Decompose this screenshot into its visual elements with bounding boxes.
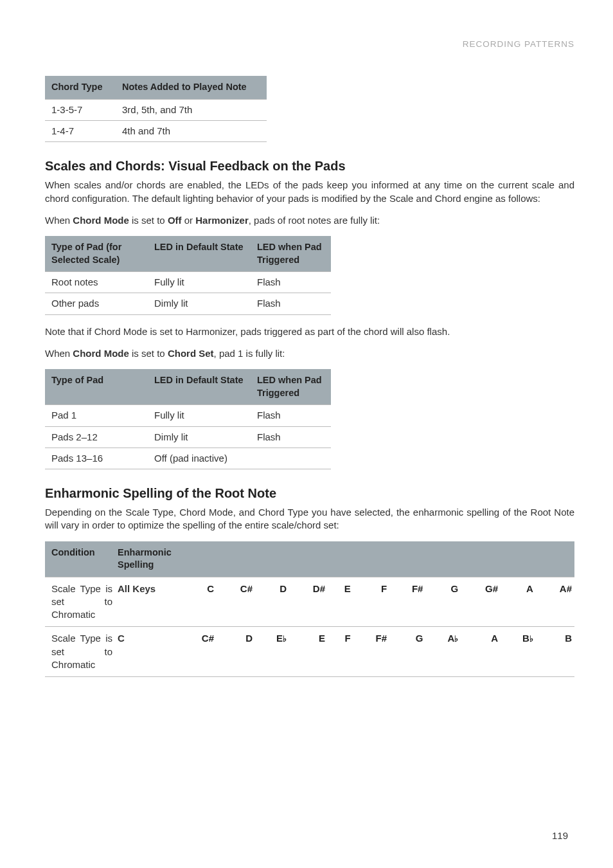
cell: F [353, 577, 389, 627]
section1-para1: When scales and/or chords are enabled, t… [45, 179, 574, 205]
section-enharmonic-title: Enharmonic Spelling of the Root Note [45, 485, 574, 502]
cell: F# [389, 577, 425, 627]
cell: B♭ [501, 627, 536, 677]
cell: A [501, 577, 536, 627]
harmonizer-note: Note that if Chord Mode is set to Harmon… [45, 325, 574, 338]
table-row: 1-3-5-7 3rd, 5th, and 7th [45, 99, 267, 120]
cell: D [217, 627, 255, 677]
cell: Fully lit [148, 272, 251, 293]
cell: Fully lit [148, 405, 251, 426]
t4-h1: Condition [45, 541, 115, 577]
cell: Flash [251, 272, 331, 293]
page-header: RECORDING PATTERNS [45, 39, 574, 50]
section2-para: Depending on the Scale Type, Chord Mode,… [45, 506, 574, 532]
led-chordset-table: Type of Pad LED in Default State LED whe… [45, 369, 331, 469]
cell: Flash [251, 426, 331, 448]
cell: Off (pad inactive) [148, 448, 251, 469]
table-row: Other pads Dimly lit Flash [45, 293, 331, 314]
chord-type-table: Chord Type Notes Added to Played Note 1-… [45, 76, 267, 142]
table-row: Pads 13–16 Off (pad inactive) [45, 448, 331, 469]
cell: G [425, 577, 461, 627]
cell: Other pads [45, 293, 148, 314]
cell: 1-3-5-7 [45, 99, 116, 120]
t3-h1: Type of Pad [45, 369, 148, 405]
cell: C [115, 627, 178, 677]
t4-h2: Enharmonic Spelling [115, 541, 178, 577]
cell: Pads 13–16 [45, 448, 148, 469]
section1-para2: When Chord Mode is set to Off or Harmoni… [45, 214, 574, 227]
cell: E [328, 577, 353, 627]
cell: 1-4-7 [45, 121, 116, 142]
cell: A♭ [425, 627, 461, 677]
cell: A [461, 627, 501, 677]
cell: 3rd, 5th, and 7th [116, 99, 267, 120]
cell: Flash [251, 293, 331, 314]
cell: D [255, 577, 289, 627]
section1-para3: When Chord Mode is set to Chord Set, pad… [45, 347, 574, 360]
led-off-harmonizer-table: Type of Pad (for Selected Scale) LED in … [45, 236, 331, 315]
t2-h1: Type of Pad (for Selected Scale) [45, 236, 148, 272]
cell: Root notes [45, 272, 148, 293]
table-row: 1-4-7 4th and 7th [45, 121, 267, 142]
cell: D# [289, 577, 328, 627]
t2-h3: LED when Pad Triggered [251, 236, 331, 272]
cell: All Keys [115, 577, 178, 627]
cell: C [178, 577, 217, 627]
cell: Pads 2–12 [45, 426, 148, 448]
table-row: Pad 1 Fully lit Flash [45, 405, 331, 426]
cell: G# [461, 577, 501, 627]
cell [251, 448, 331, 469]
cell: Dimly lit [148, 426, 251, 448]
t3-h3: LED when Pad Triggered [251, 369, 331, 405]
t1-h2: Notes Added to Played Note [116, 76, 267, 99]
table-row: Pads 2–12 Dimly lit Flash [45, 426, 331, 448]
cell: G [389, 627, 425, 677]
table-row: Root notes Fully lit Flash [45, 272, 331, 293]
cell: F [328, 627, 353, 677]
cell: Scale Type is set to Chromatic [45, 627, 115, 677]
page-number: 119 [552, 829, 568, 842]
cell: E [289, 627, 328, 677]
t1-h1: Chord Type [45, 76, 116, 99]
cell: Scale Type is set to Chromatic [45, 577, 115, 627]
cell: Flash [251, 405, 331, 426]
cell: C# [178, 627, 217, 677]
table-row: Scale Type is set to Chromatic All Keys … [45, 577, 574, 627]
cell: E♭ [255, 627, 289, 677]
t4-pad [178, 541, 217, 577]
cell: 4th and 7th [116, 121, 267, 142]
cell: C# [217, 577, 255, 627]
t2-h2: LED in Default State [148, 236, 251, 272]
cell: Dimly lit [148, 293, 251, 314]
cell: A# [536, 577, 574, 627]
table-row: Scale Type is set to Chromatic C C# D E♭… [45, 627, 574, 677]
cell: B [536, 627, 574, 677]
cell: F# [353, 627, 389, 677]
t3-h2: LED in Default State [148, 369, 251, 405]
cell: Pad 1 [45, 405, 148, 426]
section-scales-chords-title: Scales and Chords: Visual Feedback on th… [45, 158, 574, 175]
enharmonic-spelling-table: Condition Enharmonic Spelling Scale Type… [45, 541, 574, 678]
